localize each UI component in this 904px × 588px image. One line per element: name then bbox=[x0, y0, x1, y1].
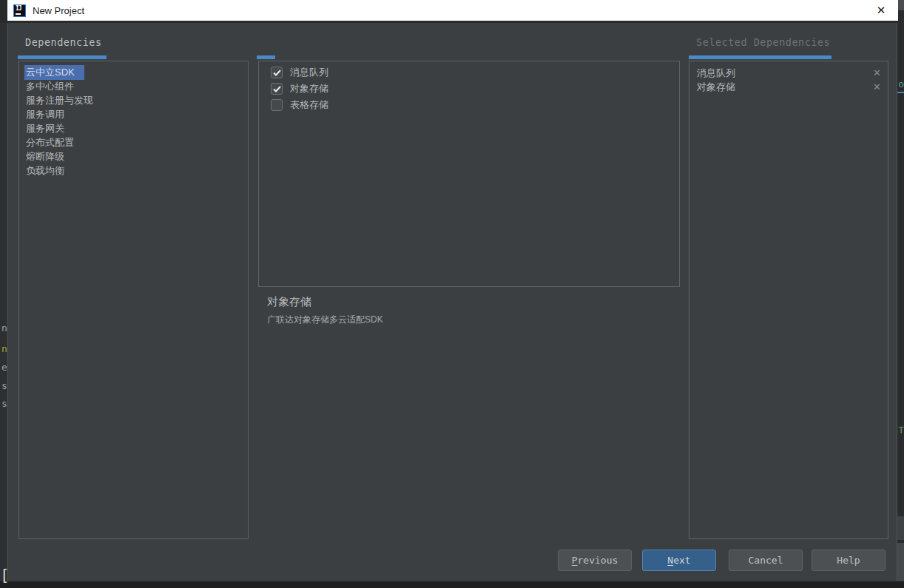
selected-tab-indicator bbox=[689, 55, 832, 59]
dialog-title: New Project bbox=[33, 5, 84, 16]
option-row: 对象存储 bbox=[271, 83, 679, 95]
background-editor-text: [ bbox=[0, 567, 10, 584]
option-detail-description: 广联达对象存储多云适配SDK bbox=[267, 314, 383, 326]
list-item-category[interactable]: 分布式配置 bbox=[19, 135, 248, 149]
screen: n n e s s [ o nT IJ New Project ✕ Depend… bbox=[0, 0, 904, 588]
list-item-category[interactable]: 熔断降级 bbox=[19, 149, 248, 163]
check-icon bbox=[273, 70, 281, 76]
option-row: 表格存储 bbox=[271, 99, 679, 111]
list-item-category[interactable]: 云中立SDK bbox=[19, 65, 248, 79]
selected-dependencies-panel: 消息队列 ✕ 对象存储 ✕ bbox=[689, 61, 888, 539]
list-item-category[interactable]: 服务网关 bbox=[19, 121, 248, 135]
checkbox-checked[interactable] bbox=[271, 83, 283, 95]
background-editor-text: o bbox=[898, 78, 904, 89]
background-underline bbox=[897, 92, 904, 93]
option-label: 消息队列 bbox=[290, 67, 328, 78]
background-editor-text: s bbox=[1, 398, 7, 409]
close-icon[interactable]: ✕ bbox=[870, 0, 892, 21]
dependencies-header: Dependencies bbox=[25, 36, 102, 48]
dialog-titlebar[interactable]: IJ New Project ✕ bbox=[7, 0, 898, 23]
remove-icon[interactable]: ✕ bbox=[873, 80, 881, 94]
cancel-button[interactable]: Cancel bbox=[729, 550, 803, 571]
intellij-logo-icon: IJ bbox=[13, 4, 26, 17]
dependencies-tab-indicator bbox=[18, 55, 107, 59]
list-item-category[interactable]: 多中心组件 bbox=[19, 79, 248, 93]
dependency-category-list: 云中立SDK 多中心组件 服务注册与发现 服务调用 服务网关 分布式配置 熔断降… bbox=[18, 61, 249, 539]
background-editor-text: s bbox=[1, 380, 7, 391]
background-editor-text: e bbox=[1, 362, 7, 373]
help-button[interactable]: Help bbox=[812, 550, 886, 571]
checkbox-checked[interactable] bbox=[271, 67, 283, 78]
background-editor-text: n bbox=[1, 343, 7, 354]
background-block bbox=[897, 516, 904, 540]
background-editor-text: n bbox=[1, 322, 7, 334]
background-ide-left-strip: n n e s s bbox=[0, 23, 7, 581]
option-label: 对象存储 bbox=[290, 83, 328, 95]
previous-button[interactable]: Previous bbox=[558, 550, 632, 571]
remove-icon[interactable]: ✕ bbox=[873, 66, 881, 80]
new-project-dialog: IJ New Project ✕ Dependencies Selected D… bbox=[7, 0, 897, 581]
check-icon bbox=[273, 86, 281, 92]
options-tab-indicator bbox=[257, 55, 275, 59]
selected-dependencies-header: Selected Dependencies bbox=[696, 36, 830, 48]
background-block bbox=[897, 543, 904, 581]
option-label: 表格存储 bbox=[290, 99, 328, 111]
list-item-category[interactable]: 服务调用 bbox=[19, 107, 248, 121]
checkbox-unchecked[interactable] bbox=[271, 99, 283, 111]
background-ide-bottom-strip bbox=[0, 581, 904, 588]
selected-dependency-label: 对象存储 bbox=[697, 80, 735, 94]
background-ide-right-strip: o nT bbox=[897, 0, 904, 581]
list-item-category[interactable]: 服务注册与发现 bbox=[19, 93, 248, 107]
selected-dependency-label: 消息队列 bbox=[697, 66, 735, 80]
dependency-options-panel: 消息队列 对象存储 表格存储 bbox=[258, 61, 680, 287]
background-corner bbox=[897, 0, 904, 10]
list-item-category[interactable]: 负载均衡 bbox=[19, 163, 248, 178]
option-row: 消息队列 bbox=[271, 67, 679, 78]
selected-dependency-row: 消息队列 ✕ bbox=[689, 66, 888, 80]
next-button[interactable]: Next bbox=[642, 550, 716, 571]
option-detail-title: 对象存储 bbox=[267, 295, 311, 309]
selected-dependency-row: 对象存储 ✕ bbox=[689, 80, 888, 94]
